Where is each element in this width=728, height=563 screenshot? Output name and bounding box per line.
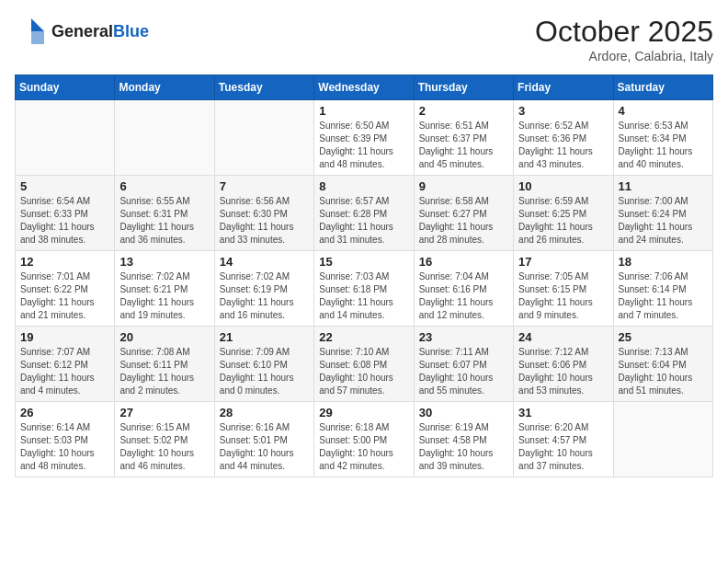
day-info: Sunrise: 6:19 AM Sunset: 4:58 PM Dayligh… (419, 421, 508, 473)
day-number: 1 (319, 104, 408, 118)
day-info: Sunrise: 6:16 AM Sunset: 5:01 PM Dayligh… (220, 421, 309, 473)
calendar-day-cell: 3Sunrise: 6:52 AM Sunset: 6:36 PM Daylig… (514, 100, 613, 176)
day-info: Sunrise: 7:11 AM Sunset: 6:07 PM Dayligh… (419, 346, 508, 397)
calendar-week-row: 19Sunrise: 7:07 AM Sunset: 6:12 PM Dayli… (16, 327, 713, 402)
svg-marker-1 (31, 18, 44, 31)
day-info: Sunrise: 6:15 AM Sunset: 5:02 PM Dayligh… (119, 421, 209, 473)
day-number: 15 (319, 255, 408, 269)
calendar-day-cell: 25Sunrise: 7:13 AM Sunset: 6:04 PM Dayli… (613, 327, 712, 402)
weekday-header: Saturday (613, 75, 712, 100)
calendar-day-cell: 7Sunrise: 6:56 AM Sunset: 6:30 PM Daylig… (214, 176, 313, 251)
calendar-day-cell: 9Sunrise: 6:58 AM Sunset: 6:27 PM Daylig… (414, 176, 513, 251)
day-number: 16 (419, 255, 508, 269)
page-header: GeneralBlue October 2025 Ardore, Calabri… (15, 15, 713, 63)
calendar-day-cell: 10Sunrise: 6:59 AM Sunset: 6:25 PM Dayli… (514, 176, 613, 251)
day-info: Sunrise: 7:03 AM Sunset: 6:18 PM Dayligh… (319, 270, 408, 322)
day-info: Sunrise: 6:57 AM Sunset: 6:28 PM Dayligh… (319, 195, 408, 247)
calendar-day-cell: 30Sunrise: 6:19 AM Sunset: 4:58 PM Dayli… (414, 402, 513, 477)
calendar-day-cell: 16Sunrise: 7:04 AM Sunset: 6:16 PM Dayli… (414, 251, 513, 327)
day-info: Sunrise: 7:00 AM Sunset: 6:24 PM Dayligh… (619, 195, 708, 247)
day-number: 28 (220, 406, 309, 419)
day-number: 10 (518, 179, 608, 193)
calendar-day-cell: 22Sunrise: 7:10 AM Sunset: 6:08 PM Dayli… (314, 327, 414, 402)
day-number: 26 (20, 406, 109, 419)
calendar-day-cell: 24Sunrise: 7:12 AM Sunset: 6:06 PM Dayli… (514, 327, 613, 402)
day-number: 18 (619, 255, 708, 269)
calendar-day-cell: 12Sunrise: 7:01 AM Sunset: 6:22 PM Dayli… (16, 251, 115, 327)
calendar-day-cell: 11Sunrise: 7:00 AM Sunset: 6:24 PM Dayli… (613, 176, 712, 251)
calendar-day-cell: 20Sunrise: 7:08 AM Sunset: 6:11 PM Dayli… (115, 327, 214, 402)
calendar-day-cell: 29Sunrise: 6:18 AM Sunset: 5:00 PM Dayli… (314, 402, 414, 477)
day-info: Sunrise: 7:05 AM Sunset: 6:15 PM Dayligh… (518, 270, 608, 322)
calendar-day-cell: 4Sunrise: 6:53 AM Sunset: 6:34 PM Daylig… (613, 100, 712, 176)
day-info: Sunrise: 6:54 AM Sunset: 6:33 PM Dayligh… (20, 195, 109, 247)
calendar-week-row: 5Sunrise: 6:54 AM Sunset: 6:33 PM Daylig… (16, 176, 713, 251)
weekday-header: Monday (115, 75, 214, 100)
day-number: 13 (119, 255, 209, 269)
calendar-day-cell: 21Sunrise: 7:09 AM Sunset: 6:10 PM Dayli… (214, 327, 313, 402)
calendar-day-cell: 18Sunrise: 7:06 AM Sunset: 6:14 PM Dayli… (613, 251, 712, 327)
calendar-day-cell: 27Sunrise: 6:15 AM Sunset: 5:02 PM Dayli… (115, 402, 214, 477)
day-info: Sunrise: 7:09 AM Sunset: 6:10 PM Dayligh… (220, 346, 309, 397)
day-number: 23 (419, 330, 508, 344)
day-info: Sunrise: 7:01 AM Sunset: 6:22 PM Dayligh… (20, 270, 109, 322)
day-number: 30 (419, 406, 508, 419)
day-number: 9 (419, 179, 508, 193)
calendar-day-cell (115, 100, 214, 176)
calendar-day-cell: 26Sunrise: 6:14 AM Sunset: 5:03 PM Dayli… (16, 402, 115, 477)
day-number: 2 (419, 104, 508, 118)
day-info: Sunrise: 7:12 AM Sunset: 6:06 PM Dayligh… (518, 346, 608, 397)
day-info: Sunrise: 6:53 AM Sunset: 6:34 PM Dayligh… (619, 120, 708, 171)
logo: GeneralBlue (15, 15, 149, 48)
calendar-day-cell: 2Sunrise: 6:51 AM Sunset: 6:37 PM Daylig… (414, 100, 513, 176)
day-number: 24 (518, 330, 608, 344)
calendar-day-cell (214, 100, 313, 176)
day-number: 31 (518, 406, 608, 419)
calendar-header-row: SundayMondayTuesdayWednesdayThursdayFrid… (16, 75, 713, 100)
day-info: Sunrise: 7:07 AM Sunset: 6:12 PM Dayligh… (20, 346, 109, 397)
day-number: 6 (119, 179, 209, 193)
calendar-day-cell: 31Sunrise: 6:20 AM Sunset: 4:57 PM Dayli… (514, 402, 613, 477)
calendar-table: SundayMondayTuesdayWednesdayThursdayFrid… (15, 75, 713, 477)
location: Ardore, Calabria, Italy (535, 49, 713, 63)
month-title: October 2025 (535, 15, 713, 49)
day-number: 19 (20, 330, 109, 344)
day-number: 7 (220, 179, 309, 193)
weekday-header: Sunday (16, 75, 115, 100)
day-info: Sunrise: 7:08 AM Sunset: 6:11 PM Dayligh… (119, 346, 209, 397)
calendar-day-cell: 15Sunrise: 7:03 AM Sunset: 6:18 PM Dayli… (314, 251, 414, 327)
day-info: Sunrise: 6:50 AM Sunset: 6:39 PM Dayligh… (319, 120, 408, 171)
day-number: 25 (619, 330, 708, 344)
calendar-day-cell: 19Sunrise: 7:07 AM Sunset: 6:12 PM Dayli… (16, 327, 115, 402)
calendar-day-cell: 23Sunrise: 7:11 AM Sunset: 6:07 PM Dayli… (414, 327, 513, 402)
title-block: October 2025 Ardore, Calabria, Italy (535, 15, 713, 63)
day-info: Sunrise: 7:04 AM Sunset: 6:16 PM Dayligh… (419, 270, 508, 322)
day-info: Sunrise: 6:55 AM Sunset: 6:31 PM Dayligh… (119, 195, 209, 247)
day-info: Sunrise: 6:56 AM Sunset: 6:30 PM Dayligh… (220, 195, 309, 247)
calendar-day-cell (613, 402, 712, 477)
day-number: 22 (319, 330, 408, 344)
day-info: Sunrise: 7:02 AM Sunset: 6:19 PM Dayligh… (220, 270, 309, 322)
weekday-header: Wednesday (314, 75, 414, 100)
day-info: Sunrise: 6:52 AM Sunset: 6:36 PM Dayligh… (518, 120, 608, 171)
weekday-header: Thursday (414, 75, 513, 100)
weekday-header: Tuesday (214, 75, 313, 100)
day-info: Sunrise: 6:18 AM Sunset: 5:00 PM Dayligh… (319, 421, 408, 473)
day-number: 5 (20, 179, 109, 193)
day-number: 27 (119, 406, 209, 419)
day-number: 21 (220, 330, 309, 344)
day-info: Sunrise: 6:51 AM Sunset: 6:37 PM Dayligh… (419, 120, 508, 171)
calendar-day-cell: 5Sunrise: 6:54 AM Sunset: 6:33 PM Daylig… (16, 176, 115, 251)
day-number: 4 (619, 104, 708, 118)
day-info: Sunrise: 6:14 AM Sunset: 5:03 PM Dayligh… (20, 421, 109, 473)
day-number: 20 (119, 330, 209, 344)
day-info: Sunrise: 6:58 AM Sunset: 6:27 PM Dayligh… (419, 195, 508, 247)
calendar-day-cell: 17Sunrise: 7:05 AM Sunset: 6:15 PM Dayli… (514, 251, 613, 327)
svg-marker-2 (31, 31, 44, 44)
day-number: 8 (319, 179, 408, 193)
calendar-week-row: 1Sunrise: 6:50 AM Sunset: 6:39 PM Daylig… (16, 100, 713, 176)
day-info: Sunrise: 7:13 AM Sunset: 6:04 PM Dayligh… (619, 346, 708, 397)
day-number: 3 (518, 104, 608, 118)
calendar-day-cell: 14Sunrise: 7:02 AM Sunset: 6:19 PM Dayli… (214, 251, 313, 327)
day-number: 11 (619, 179, 708, 193)
